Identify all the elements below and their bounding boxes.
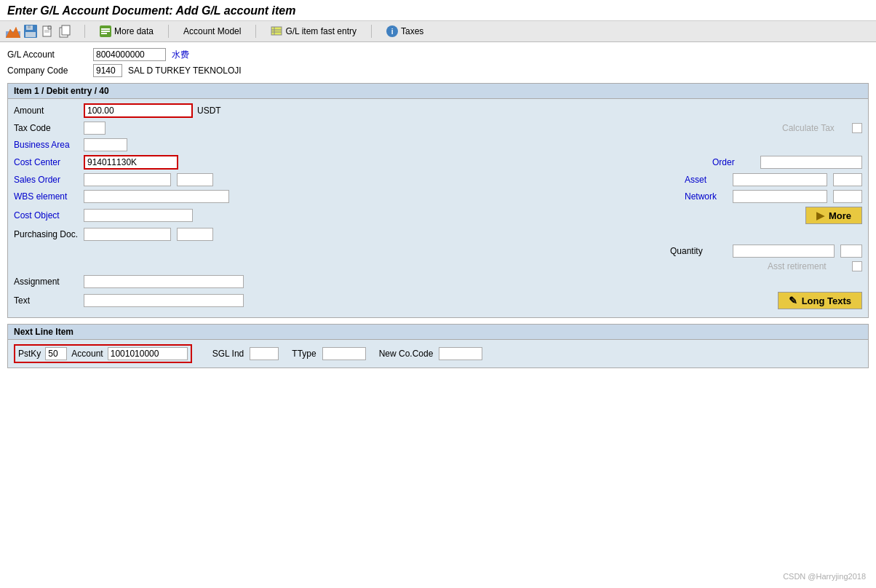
sgl-ind-label: SGL Ind	[212, 349, 244, 359]
asset-input[interactable]	[733, 173, 827, 186]
account-model-button[interactable]: Account Model	[180, 25, 244, 38]
purchasing-doc-input2[interactable]	[177, 228, 213, 241]
more-button-label: More	[829, 210, 851, 221]
quantity-input[interactable]	[733, 245, 835, 258]
toolbar-separator-3	[255, 25, 256, 38]
calculate-tax-checkbox[interactable]	[852, 123, 862, 133]
new-co-code-label: New Co.Code	[379, 349, 434, 359]
svg-rect-15	[101, 28, 110, 30]
business-area-input[interactable]	[84, 138, 127, 151]
amount-input[interactable]	[84, 103, 193, 118]
business-area-label[interactable]: Business Area	[14, 140, 79, 150]
ttype-label: TType	[292, 349, 316, 359]
sales-order-input[interactable]	[84, 173, 171, 186]
mountain-icon[interactable]	[6, 24, 20, 39]
tax-code-row: Tax Code Calculate Tax	[14, 122, 862, 135]
svg-rect-17	[101, 33, 107, 34]
sales-order-input2[interactable]	[177, 173, 213, 186]
account-label: Account	[71, 349, 103, 359]
ttype-input[interactable]	[322, 347, 366, 360]
company-code-desc: SAL D TURKEY TEKNOLOJI	[128, 65, 242, 76]
gl-item-fast-entry-button[interactable]: G/L item fast entry	[268, 24, 359, 39]
text-input[interactable]	[84, 294, 244, 307]
quantity-unit-input[interactable]	[840, 245, 862, 258]
svg-rect-7	[25, 32, 36, 37]
company-code-input[interactable]	[93, 64, 122, 77]
gl-fast-entry-label: G/L item fast entry	[285, 26, 357, 36]
toolbar-separator-4	[371, 25, 372, 38]
account-input[interactable]	[108, 347, 188, 360]
pstky-label: PstKy	[18, 349, 41, 359]
svg-rect-13	[62, 25, 70, 35]
asset-label[interactable]: Asset	[685, 175, 728, 185]
long-texts-icon: ✎	[789, 295, 797, 306]
title-bar: Enter G/L Account Document: Add G/L acco…	[0, 0, 876, 21]
asst-retirement-checkbox[interactable]	[852, 261, 862, 271]
item-section-header: Item 1 / Debit entry / 40	[8, 84, 868, 99]
cost-center-input[interactable]	[84, 155, 178, 170]
copy-page-icon[interactable]	[58, 24, 73, 39]
gl-account-row: G/L Account 水费	[7, 48, 869, 61]
assignment-input[interactable]	[84, 275, 244, 288]
new-page-icon[interactable]	[41, 24, 55, 39]
cost-object-row: Cost Object ▶ More	[14, 207, 862, 224]
gl-account-input[interactable]	[93, 48, 166, 61]
sales-order-row: Sales Order Asset	[14, 173, 862, 186]
wbs-element-input[interactable]	[84, 190, 229, 203]
more-data-label: More data	[114, 26, 154, 36]
new-co-code-input[interactable]	[439, 347, 482, 360]
taxes-icon: i	[386, 25, 398, 37]
item-section-box: Item 1 / Debit entry / 40 Amount USDT Ta…	[7, 83, 869, 318]
account-model-label: Account Model	[183, 26, 241, 36]
network-input[interactable]	[733, 190, 827, 203]
wbs-row: WBS element Network	[14, 190, 862, 203]
pstky-account-highlighted-group: PstKy Account	[14, 344, 192, 363]
network-input2[interactable]	[833, 190, 862, 203]
long-texts-button[interactable]: ✎ Long Texts	[778, 292, 862, 309]
company-code-row: Company Code SAL D TURKEY TEKNOLOJI	[7, 64, 869, 77]
order-label[interactable]: Order	[712, 157, 756, 167]
cost-object-label[interactable]: Cost Object	[14, 210, 79, 220]
sgl-ind-input[interactable]	[250, 347, 279, 360]
calculate-tax-label: Calculate Tax	[782, 123, 848, 133]
tax-code-input[interactable]	[84, 122, 105, 135]
toolbar: More data Account Model G/L item fast en…	[0, 21, 876, 42]
asst-retirement-label: Asst retirement	[768, 261, 848, 271]
page-title: Enter G/L Account Document: Add G/L acco…	[7, 4, 869, 17]
text-row: Text ✎ Long Texts	[14, 292, 862, 309]
more-data-button[interactable]: More data	[97, 24, 156, 39]
next-line-section: Next Line Item PstKy Account SGL Ind TTy…	[7, 324, 869, 368]
save-icon[interactable]	[23, 24, 38, 39]
asset-input2[interactable]	[833, 173, 862, 186]
cost-object-input[interactable]	[84, 209, 193, 222]
watermark-text: CSDN @Harryjing2018	[783, 572, 866, 581]
wbs-element-label[interactable]: WBS element	[14, 191, 79, 202]
text-label: Text	[14, 295, 79, 306]
svg-rect-18	[271, 27, 282, 35]
main-content: G/L Account 水费 Company Code SAL D TURKEY…	[0, 42, 876, 374]
company-code-label: Company Code	[7, 65, 87, 76]
network-label[interactable]: Network	[685, 191, 728, 202]
quantity-row: Quantity	[14, 245, 862, 258]
footer-watermark: CSDN @Harryjing2018	[783, 572, 866, 581]
cost-center-label[interactable]: Cost Center	[14, 157, 79, 167]
taxes-button[interactable]: i Taxes	[383, 24, 426, 39]
toolbar-icons	[6, 24, 73, 39]
gl-fast-entry-icon	[271, 25, 282, 37]
svg-rect-6	[28, 25, 31, 28]
next-line-header: Next Line Item	[8, 325, 868, 340]
sales-order-label[interactable]: Sales Order	[14, 175, 79, 185]
purchasing-doc-input[interactable]	[84, 228, 171, 241]
amount-row: Amount USDT	[14, 103, 862, 118]
more-data-icon	[100, 25, 111, 37]
currency-label: USDT	[197, 106, 221, 116]
quantity-label: Quantity	[670, 246, 728, 256]
order-input[interactable]	[760, 156, 862, 169]
pstky-input[interactable]	[45, 347, 67, 360]
taxes-label: Taxes	[401, 26, 423, 36]
assignment-row: Assignment	[14, 275, 862, 288]
assignment-label: Assignment	[14, 277, 79, 287]
more-button[interactable]: ▶ More	[805, 207, 862, 224]
more-arrow-icon: ▶	[816, 210, 824, 221]
cost-center-row: Cost Center Order	[14, 155, 862, 170]
